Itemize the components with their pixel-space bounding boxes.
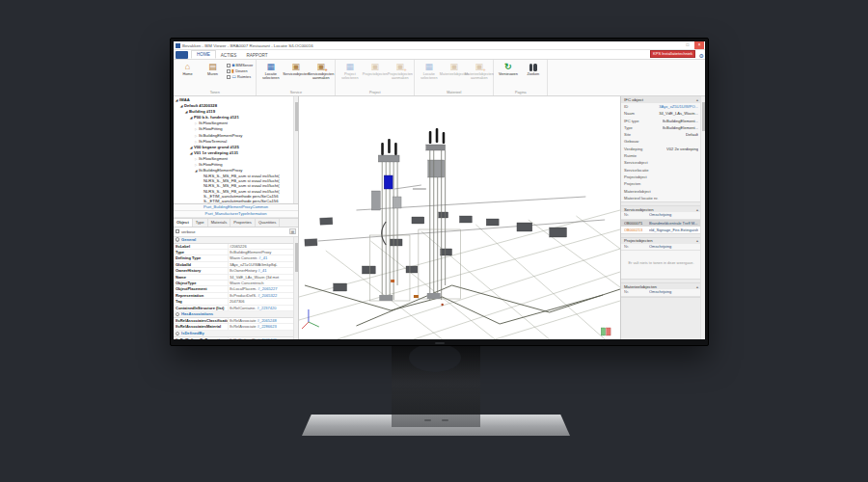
ifc-row-label: Naam <box>624 110 635 117</box>
property-grid-scrollbar[interactable] <box>293 237 298 340</box>
property-value-link[interactable]: #_2237420 <box>257 306 276 310</box>
monitor: Bevakken - BIM Viewer - BRA0007 Restaura… <box>170 38 709 346</box>
tree-item-list: ◢IMAA◢Default 41200328◢Building #119◢P00… <box>174 97 293 204</box>
viewport-3d[interactable] <box>299 96 620 339</box>
ribbon-button-serviceobjecten[interactable]: ▣Serviceobjecten <box>284 61 308 76</box>
riser-assembly-1[interactable] <box>369 139 410 301</box>
checkbox-icon[interactable] <box>227 75 231 79</box>
box-add-icon: ▣ <box>317 62 326 72</box>
property-label: IfcRelAssociatesClassification <box>174 318 229 323</box>
section-header-isdefinedby[interactable]: –IsDefinedBy <box>174 331 293 337</box>
ribbon-button-locatie-selecteren[interactable]: ▦Locatie selecteren <box>258 61 283 80</box>
property-value-link[interactable]: #_2065249 <box>258 337 277 339</box>
ribbon-button-projectobjecten-aanmaken[interactable]: ▣Projectobjecten aanmaken <box>388 61 412 80</box>
scrollbar-thumb[interactable] <box>702 102 706 131</box>
file-menu-button[interactable] <box>176 51 188 59</box>
property-tab-quantities[interactable]: Quantities <box>256 219 280 227</box>
ribbon-button-muren[interactable]: ▤Muren <box>201 61 225 76</box>
right-scrollbar[interactable] <box>700 96 705 339</box>
nav-indicator[interactable] <box>601 328 610 335</box>
property-tab-materials[interactable]: Materials <box>208 219 231 227</box>
tree-item-label: S-_ETIM_aansluitmethode pers/SeCa156 <box>203 203 279 204</box>
box-add-icon: ▣ <box>396 62 405 72</box>
tree-item-label: IMAA <box>179 97 190 102</box>
pset-link[interactable]: Pset_ManufacturerTypeInformation <box>174 211 298 218</box>
toggle-ruimtes[interactable]: ▭Ruimtes <box>227 74 253 79</box>
property-value: #2065226 <box>229 244 293 249</box>
table-header: Nr.Omschrijving <box>621 289 701 297</box>
pset-link[interactable]: Pset_BuildingElementProxyCommon <box>174 204 298 211</box>
ribbon-button-materieelobjecten[interactable]: ▣Materieelobjecten <box>442 61 466 76</box>
checkbox-icon[interactable] <box>227 64 231 67</box>
ifc-row-value: IfcBuildingElement... <box>663 118 698 124</box>
ribbon-button-label: Projectobjecten aanmaken <box>388 72 413 80</box>
property-value: 2047306 <box>229 299 293 304</box>
ifc-row-projectobject: Projectobject <box>621 174 701 180</box>
scrollbar-thumb[interactable] <box>295 243 299 272</box>
ribbon-button-project-selecteren[interactable]: ▦Project selecteren <box>338 61 362 80</box>
axis-gizmo <box>302 309 319 329</box>
property-value-link[interactable]: #_2065227 <box>258 286 277 291</box>
riser-assembly-2[interactable] <box>413 128 461 300</box>
section-header-hasassociations[interactable]: –HasAssociations <box>174 311 293 318</box>
ribbon-button-home[interactable]: ⌂Home <box>176 61 200 76</box>
tab-home[interactable]: HOME <box>191 50 216 60</box>
toggle-bimserver[interactable]: ■BIMServer <box>227 63 253 67</box>
ifc-object-header[interactable]: IFC object ▴ <box>621 96 701 103</box>
maximize-button[interactable]: □ <box>683 41 692 49</box>
close-button[interactable]: × <box>694 41 704 49</box>
box-add-icon: ▣ <box>475 62 484 72</box>
tab-rapport[interactable]: RAPPORT <box>241 52 272 60</box>
tree-scrollbar[interactable] <box>293 96 298 203</box>
stand-detail <box>442 419 448 421</box>
property-tab-type[interactable]: Type <box>193 219 208 227</box>
ribbon-button-zoeken[interactable]: Zoeken <box>521 61 545 76</box>
collapse-minus-icon[interactable]: – <box>176 312 180 317</box>
collapse-chevron-icon[interactable]: ▴ <box>696 97 698 102</box>
property-tab-object[interactable]: Object <box>174 219 193 227</box>
property-value-link[interactable]: #_41 <box>258 268 267 273</box>
ribbon-button-vernieuwen[interactable]: ↻Vernieuwen <box>496 61 520 76</box>
ifc-row-value[interactable]: 3Ayx_xZ5U1U/WPO... <box>659 103 698 110</box>
property-value-link[interactable]: #_2065322 <box>258 293 277 298</box>
ribbon-button-serviceobjecten-aanmaken[interactable]: ▣Serviceobjecten aanmaken <box>309 61 333 80</box>
ifc-row-label: Materieelobject <box>624 188 651 195</box>
table-row[interactable]: OB000071Brandmeldcentrale Treff M... <box>621 220 701 227</box>
property-value-link[interactable]: #_2286623 <box>258 324 277 329</box>
ribbon-group-service: ▦Locatie selecteren▣Serviceobjecten▣Serv… <box>257 60 336 95</box>
collapse-chevron-icon[interactable]: ▴ <box>696 207 698 212</box>
scrollbar-thumb[interactable] <box>295 102 299 131</box>
bim-model-3d-view[interactable] <box>299 96 620 339</box>
checkbox-icon[interactable] <box>227 69 231 73</box>
tab-acties[interactable]: ACTIES <box>216 52 242 60</box>
toggle-deuren[interactable]: ▮Deuren <box>227 68 253 73</box>
collapse-minus-icon[interactable]: – <box>176 237 180 242</box>
ribbon-button-projectobjecten[interactable]: ▣Projectobjecten <box>363 61 387 76</box>
ifc-row-projecten: Projecten <box>621 180 701 187</box>
model-tree: ◢IMAA◢Default 41200328◢Building #119◢P00… <box>174 96 298 204</box>
property-label: Defining Type <box>174 255 229 260</box>
property-value: IfcProductDefS. #_2065322 <box>229 293 293 298</box>
verbose-checkbox[interactable] <box>176 229 179 233</box>
property-tab-properties[interactable]: Properties <box>231 219 256 227</box>
settings-gear-icon[interactable]: ⚙ <box>699 53 704 59</box>
property-tab-list: ObjectTypeMaterialsPropertiesQuantities <box>174 219 298 228</box>
property-value-link[interactable]: #_41 <box>258 255 267 260</box>
ribbon-button-label: Materieelobjecten aanmaken <box>465 72 494 80</box>
collapse-minus-icon[interactable]: – <box>176 332 180 336</box>
collapse-chevron-icon[interactable]: ▴ <box>696 284 698 289</box>
property-row[interactable]: IfcRelDefinesByPropertiesIfcRelDefinedB.… <box>174 337 293 339</box>
ribbon-group-label: Materieel <box>417 91 491 96</box>
selected-element[interactable] <box>384 175 393 189</box>
ribbon-button-locatie-selecteren[interactable]: ▦Locatie selecteren <box>417 61 441 80</box>
section-header-general[interactable]: –General <box>174 237 293 244</box>
column-omschrijving: Omschrijving <box>649 244 698 251</box>
property-value-link[interactable]: #_2065248 <box>258 318 277 323</box>
tree-item[interactable]: S-_ETIM_aansluitmethode pers/SeCa156 <box>174 203 293 204</box>
ribbon-button-label: Locatie selecteren <box>258 72 283 80</box>
filter-button[interactable]: ▦ <box>289 228 296 234</box>
table-row[interactable]: OB000213nld_Signage_Fire-Extinguishe... <box>621 227 701 233</box>
ribbon-button-materieelobjecten-aanmaken[interactable]: ▣Materieelobjecten aanmaken <box>467 61 491 80</box>
collapse-chevron-icon[interactable]: ▴ <box>696 238 698 243</box>
window-blue-icon: ▦ <box>346 62 355 72</box>
